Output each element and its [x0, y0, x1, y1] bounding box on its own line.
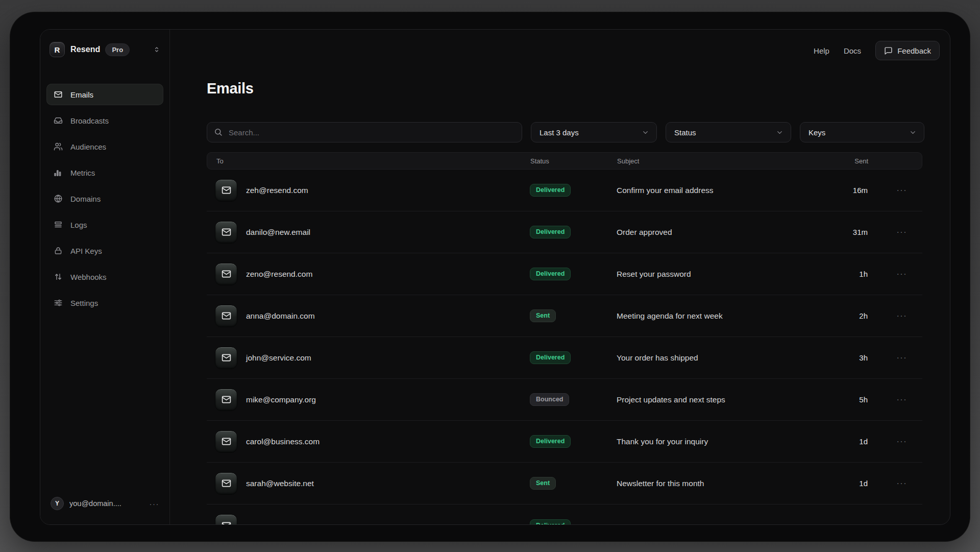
sidebar-item-logs[interactable]: Logs — [46, 214, 163, 235]
sidebar-item-label: Domains — [70, 195, 101, 203]
row-menu-button[interactable]: ··· — [868, 228, 914, 237]
sidebar-item-emails[interactable]: Emails — [46, 84, 163, 105]
avatar: Y — [51, 497, 64, 510]
filter-dropdown-status[interactable]: Status — [666, 122, 791, 142]
sidebar-item-label: Broadcasts — [70, 116, 109, 125]
status-badge: Delivered — [530, 184, 571, 197]
screen: R Resend Pro Emails Broadcasts Audiences… — [0, 0, 980, 552]
sent-time: 1h — [822, 270, 868, 278]
table-row[interactable]: zeno@resend.com Delivered Reset your pas… — [207, 253, 922, 295]
email-subject: Confirm your email address — [617, 186, 822, 195]
recipient-email: zeno@resend.com — [246, 270, 312, 279]
broadcast-icon — [54, 116, 63, 125]
top-nav: Help Docs Feedback — [814, 41, 940, 60]
sent-time: 2h — [822, 311, 868, 320]
recipient-email: carol@business.com — [246, 437, 320, 446]
row-menu-button[interactable]: ··· — [868, 270, 914, 279]
mail-icon — [215, 305, 237, 327]
status-badge: Bounced — [530, 393, 569, 406]
row-menu-button[interactable]: ··· — [868, 186, 914, 195]
webhooks-icon — [54, 272, 63, 281]
mail-icon — [215, 430, 237, 453]
mail-icon — [215, 179, 237, 202]
row-menu-button[interactable]: ··· — [868, 353, 914, 363]
logs-icon — [54, 220, 63, 229]
sent-time: 1d — [822, 437, 868, 446]
sidebar-item-label: Metrics — [70, 169, 95, 177]
sliders-icon — [54, 298, 63, 307]
sent-time: 3h — [822, 353, 868, 362]
workspace-switcher[interactable]: R Resend Pro — [46, 42, 163, 57]
sidebar-item-label: Webhooks — [70, 273, 107, 281]
sidebar-item-label: API Keys — [70, 247, 102, 255]
status-badge: Delivered — [530, 226, 571, 238]
dropdown-value: Status — [674, 128, 696, 137]
table-row[interactable]: Delivered — [207, 505, 922, 525]
app-window: R Resend Pro Emails Broadcasts Audiences… — [40, 29, 950, 525]
help-link[interactable]: Help — [814, 46, 829, 55]
table-row[interactable]: mike@company.org Bounced Project updates… — [207, 379, 922, 421]
sidebar-item-label: Audiences — [70, 142, 106, 151]
dropdown-value: Keys — [808, 128, 825, 137]
lock-icon — [54, 246, 63, 255]
emails-table: To Status Subject Sent zeh@resend.com De… — [207, 152, 922, 525]
sidebar-item-api-keys[interactable]: API Keys — [46, 240, 163, 261]
feedback-label: Feedback — [897, 46, 931, 55]
row-menu-button[interactable]: ··· — [868, 479, 914, 488]
email-subject: Newsletter for this month — [617, 479, 822, 488]
row-menu-button[interactable]: ··· — [868, 311, 914, 321]
audiences-icon — [54, 142, 63, 151]
table-row[interactable]: zeh@resend.com Delivered Confirm your em… — [207, 170, 922, 211]
sidebar: R Resend Pro Emails Broadcasts Audiences… — [40, 30, 170, 524]
sidebar-item-metrics[interactable]: Metrics — [46, 162, 163, 183]
recipient-email: mike@company.org — [246, 395, 316, 404]
email-subject: Order approved — [617, 228, 822, 237]
column-header-to: To — [215, 157, 530, 165]
metrics-icon — [54, 168, 63, 177]
user-email: you@domain.... — [69, 499, 121, 508]
filter-dropdown-keys[interactable]: Keys — [800, 122, 924, 142]
page-title: Emails — [207, 80, 924, 97]
mail-icon — [54, 90, 63, 99]
sidebar-item-audiences[interactable]: Audiences — [46, 136, 163, 157]
recipient-email: danilo@new.email — [246, 228, 310, 237]
chevron-updown-icon[interactable] — [153, 46, 160, 53]
table-header: To Status Subject Sent — [207, 152, 922, 170]
column-header-subject: Subject — [617, 157, 822, 165]
feedback-button[interactable]: Feedback — [875, 41, 940, 60]
filter-dropdown-last-3-days[interactable]: Last 3 days — [531, 122, 657, 142]
table-row[interactable]: john@service.com Delivered Your order ha… — [207, 337, 922, 379]
sidebar-item-settings[interactable]: Settings — [46, 292, 163, 314]
user-menu-button[interactable]: ··· — [150, 499, 160, 508]
column-header-sent: Sent — [822, 157, 868, 165]
sidebar-item-domains[interactable]: Domains — [46, 188, 163, 209]
globe-icon — [54, 194, 63, 203]
table-row[interactable]: sarah@website.net Sent Newsletter for th… — [207, 463, 922, 505]
sidebar-item-broadcasts[interactable]: Broadcasts — [46, 110, 163, 131]
user-account[interactable]: Y you@domain.... ··· — [46, 495, 163, 512]
column-header-status: Status — [530, 157, 617, 165]
recipient-email: zeh@resend.com — [246, 186, 308, 195]
sent-time: 5h — [822, 395, 868, 404]
status-badge: Sent — [530, 309, 556, 322]
chevron-down-icon — [776, 129, 783, 136]
resend-logo-icon: R — [50, 42, 65, 57]
table-body: zeh@resend.com Delivered Confirm your em… — [207, 170, 922, 525]
table-row[interactable]: anna@domain.com Sent Meeting agenda for … — [207, 295, 922, 337]
row-menu-button[interactable]: ··· — [868, 395, 914, 404]
status-badge: Delivered — [530, 435, 571, 448]
email-subject: Your order has shipped — [617, 353, 822, 363]
sent-time: 16m — [822, 186, 868, 195]
table-row[interactable]: danilo@new.email Delivered Order approve… — [207, 211, 922, 253]
mail-icon — [215, 221, 237, 244]
sidebar-item-webhooks[interactable]: Webhooks — [46, 266, 163, 287]
mail-icon — [215, 472, 237, 495]
docs-link[interactable]: Docs — [844, 46, 861, 55]
table-row[interactable]: carol@business.com Delivered Thank you f… — [207, 421, 922, 463]
email-subject: Reset your password — [617, 270, 822, 279]
email-subject: Meeting agenda for next week — [617, 311, 822, 321]
plan-badge: Pro — [105, 43, 130, 56]
mail-icon — [215, 263, 237, 285]
row-menu-button[interactable]: ··· — [868, 437, 914, 446]
search-input[interactable] — [207, 122, 522, 142]
